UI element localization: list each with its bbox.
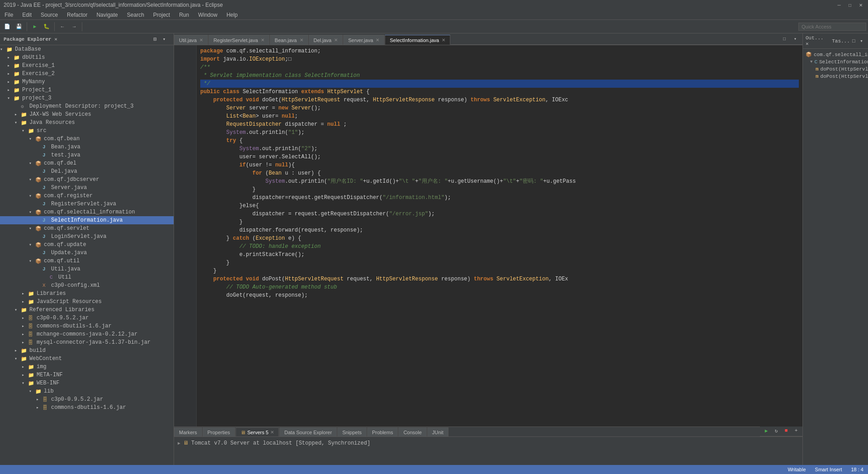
menu-item-file[interactable]: File <box>0 11 18 19</box>
tab-servers-close[interactable]: ✕ <box>270 430 274 435</box>
tab-register-close[interactable]: ✕ <box>261 38 264 43</box>
collapse-all-button[interactable]: ⊟ <box>151 35 159 43</box>
tab-datasource[interactable]: Data Source Explorer <box>279 427 337 436</box>
tree-item-webcontent[interactable]: ▾📁WebContent <box>0 355 174 363</box>
tree-item-updatejava[interactable]: JUpdate.java <box>0 249 174 257</box>
run-button[interactable]: ▶ <box>29 21 40 32</box>
stop-server-button[interactable]: ■ <box>782 426 791 435</box>
tab-properties[interactable]: Properties <box>203 427 235 436</box>
new-button[interactable]: 📄 <box>2 21 13 32</box>
tab-del-close[interactable]: ✕ <box>334 38 338 43</box>
add-remove-button[interactable]: + <box>792 426 801 435</box>
maximize-editor-button[interactable]: □ <box>779 33 790 44</box>
tree-item-comqfupdate[interactable]: ▾📦com.qf.update <box>0 241 174 249</box>
tree-item-deljava[interactable]: JDel.java <box>0 167 174 175</box>
tree-item-build[interactable]: ▸📁build <box>0 346 174 355</box>
tree-item-c3p0jar[interactable]: ▸🗄c3p0-0.9.5.2.jar <box>0 314 174 322</box>
menu-item-source[interactable]: Source <box>36 11 62 19</box>
tab-selectinfo[interactable]: SelectInformation.java ✕ <box>385 35 450 45</box>
save-button[interactable]: 💾 <box>14 21 24 32</box>
debug-button[interactable]: 🐛 <box>41 21 52 32</box>
code-editor[interactable]: package com.qf.selectall_information;imp… <box>197 45 802 427</box>
tree-item-exercise2[interactable]: ▸📁Exercise_2 <box>0 70 174 78</box>
tab-register[interactable]: RegisterServlet.java ✕ <box>208 35 269 45</box>
menu-item-navigate[interactable]: Navigate <box>92 11 122 19</box>
tree-item-lib[interactable]: ▾📁lib <box>0 387 174 395</box>
tree-item-c3p0config[interactable]: Xc3p0-config.xml <box>0 281 174 289</box>
tree-item-comqfutil[interactable]: ▾📦com.qf.util <box>0 257 174 265</box>
tree-item-libraries[interactable]: ▸📁Libraries <box>0 289 174 298</box>
tree-item-mynanny[interactable]: ▸📁MyNanny <box>0 78 174 86</box>
forward-button[interactable]: → <box>69 21 80 32</box>
tasks-tab[interactable]: Tas... <box>832 38 850 44</box>
tree-item-jaxws[interactable]: ▸📁JAX-WS Web Services <box>0 110 174 118</box>
outline-method-dopost[interactable]: m doPost(HttpServletRe <box>803 66 868 73</box>
tree-item-project1[interactable]: ▸📁Project_1 <box>0 86 174 94</box>
tab-servers[interactable]: 🖥 Servers 5 ✕ <box>236 427 279 436</box>
tree-item-util[interactable]: CUtil <box>0 273 174 281</box>
explorer-menu-button[interactable]: ▾ <box>160 35 168 43</box>
minimize-button[interactable]: ─ <box>835 1 843 9</box>
tree-item-loginservlet[interactable]: JLoginServlet.java <box>0 232 174 241</box>
menu-item-window[interactable]: Window <box>193 11 222 19</box>
tree-item-comqfdel[interactable]: ▾📦com.qf.del <box>0 159 174 167</box>
tree-item-registerservlet[interactable]: JRegisterServlet.java <box>0 200 174 208</box>
tree-item-comqfjdbcserver[interactable]: ▾📦com.qf.jdbcserver <box>0 175 174 184</box>
back-button[interactable]: ← <box>57 21 68 32</box>
tree-item-img[interactable]: ▸📁img <box>0 363 174 371</box>
tree-item-webinf[interactable]: ▾📁WEB-INF <box>0 379 174 387</box>
tab-markers[interactable]: Markers <box>174 427 202 436</box>
outline-maximize-button[interactable]: □ <box>850 37 858 45</box>
tree-item-comqfselectall[interactable]: ▾📦com.qf.selectall_information <box>0 208 174 216</box>
tree-item-commonsjar[interactable]: ▸🗄commons-dbutils-1.6.jar <box>0 322 174 330</box>
tab-bean-close[interactable]: ✕ <box>300 38 303 43</box>
tree-item-mchangejar[interactable]: ▸🗄mchange-commons-java-0.2.12.jar <box>0 330 174 338</box>
menu-item-run[interactable]: Run <box>175 11 193 19</box>
tree-item-serverjava[interactable]: JServer.java <box>0 184 174 192</box>
tab-server[interactable]: Server.java ✕ <box>343 35 384 45</box>
tree-item-metainf[interactable]: ▸📁META-INF <box>0 371 174 379</box>
menu-item-refactor[interactable]: Refactor <box>62 11 92 19</box>
tab-problems[interactable]: Problems <box>367 427 398 436</box>
tree-item-project3[interactable]: ▾📁project_3 <box>0 94 174 102</box>
tree-item-c3p0jar2[interactable]: ▸🗄c3p0-0.9.5.2.jar <box>0 395 174 403</box>
tree-item-commonsjar2[interactable]: ▸🗄commons-dbutils-1.6.jar <box>0 403 174 412</box>
menu-item-edit[interactable]: Edit <box>18 11 36 19</box>
outline-method-dopost2[interactable]: m doPost(HttpServletR <box>803 73 868 80</box>
tab-console[interactable]: Console <box>398 427 426 436</box>
maximize-button[interactable]: □ <box>846 1 854 9</box>
tree-item-dbutils[interactable]: ▸📁dbUtils <box>0 53 174 62</box>
tree-item-selectinfo[interactable]: JSelectInformation.java <box>0 216 174 224</box>
restart-server-button[interactable]: ↻ <box>772 426 781 435</box>
tree-item-database[interactable]: ▾📁DataBase <box>0 45 174 53</box>
tree-item-beanjava[interactable]: JBean.java <box>0 143 174 151</box>
tree-item-deploy[interactable]: ⚙Deployment Descriptor: project_3 <box>0 102 174 110</box>
tree-item-javaresources[interactable]: ▾📁Java Resources <box>0 118 174 127</box>
menu-item-help[interactable]: Help <box>222 11 242 19</box>
tab-snippets[interactable]: Snippets <box>337 427 367 436</box>
tree-item-exercise1[interactable]: ▸📁Exercise_1 <box>0 62 174 70</box>
tab-del[interactable]: Del.java ✕ <box>309 35 343 45</box>
outline-class[interactable]: ▼ C SelectInformation <box>803 58 868 66</box>
editor-menu-button[interactable]: ▾ <box>790 33 801 44</box>
menu-item-search[interactable]: Search <box>123 11 149 19</box>
tab-selectinfo-close[interactable]: ✕ <box>442 38 445 43</box>
close-button[interactable]: ✕ <box>857 1 864 9</box>
tab-util-close[interactable]: ✕ <box>199 38 203 43</box>
tree-item-jsresources[interactable]: ▸📁JavaScript Resources <box>0 298 174 306</box>
tab-util[interactable]: Util.java ✕ <box>174 35 208 45</box>
editor-content[interactable]: package com.qf.selectall_information;imp… <box>174 45 802 427</box>
tree-item-testjava[interactable]: Jtest.java <box>0 151 174 159</box>
tree-item-utiljava[interactable]: JUtil.java <box>0 265 174 273</box>
tree-item-comqfregister[interactable]: ▾📦com.qf.register <box>0 192 174 200</box>
tab-server-close[interactable]: ✕ <box>376 38 379 43</box>
tree-item-src[interactable]: ▾📁src <box>0 127 174 135</box>
menu-item-project[interactable]: Project <box>149 11 175 19</box>
tree-item-mysqljar[interactable]: ▸🗄mysql-connector-java-5.1.37-bin.jar <box>0 338 174 346</box>
start-server-button[interactable]: ▶ <box>762 426 771 435</box>
outline-menu-button[interactable]: ▾ <box>858 37 865 45</box>
tab-bean[interactable]: Bean.java ✕ <box>270 35 308 45</box>
tree-item-comqfbean[interactable]: ▾📦com.qf.bean <box>0 135 174 143</box>
tree-item-comqfservlet[interactable]: ▾📦com.qf.servlet <box>0 224 174 232</box>
tab-junit[interactable]: JUnit <box>427 427 448 436</box>
